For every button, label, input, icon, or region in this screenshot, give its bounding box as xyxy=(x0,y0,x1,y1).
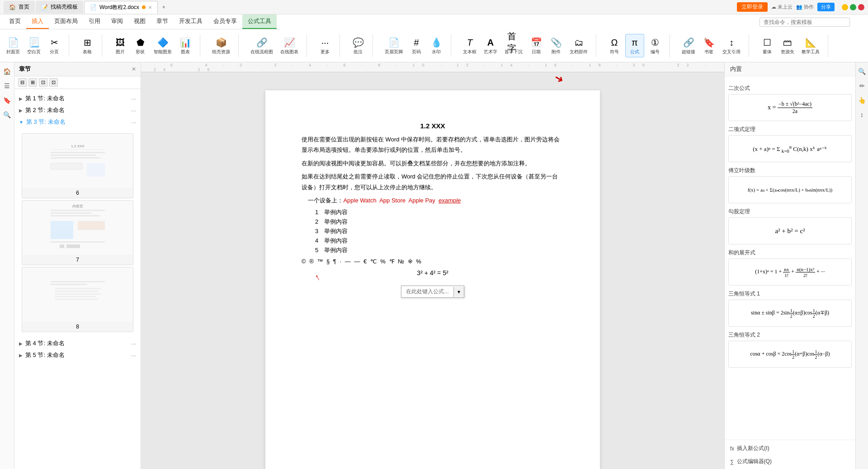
formula-card-pythagorean[interactable]: a² + b² = c² xyxy=(728,217,852,244)
ribbon-btn-image[interactable]: 🖼 图片 xyxy=(111,34,129,57)
tab-doc[interactable]: 📄 Word教程2.docx ✕ xyxy=(84,1,158,14)
right-btn-cursor[interactable]: 👆 xyxy=(857,95,868,106)
svg-rect-23 xyxy=(55,293,100,295)
ribbon-group-flow: 🔗 在线流程图 📈 在线图表 xyxy=(248,34,307,57)
formula-card-expansion[interactable]: (1+x)ⁿ = 1 + nx1! + n(n−1)x²2! + ··· xyxy=(728,258,852,286)
formula-card-trig1[interactable]: sinα ± sinβ = 2sin12(α±β)cos12(α∓β) xyxy=(728,300,852,327)
add-tab-button[interactable]: + xyxy=(159,4,169,10)
ribbon-tab-home[interactable]: 首页 xyxy=(4,14,26,29)
formula-panel-content[interactable]: 二次公式 x = −b ± √(b²−4ac) 2a 二项式定理 (x + a)… xyxy=(725,76,855,440)
thumbnail-6[interactable]: 1.2 XXX 6 xyxy=(22,133,133,198)
ribbon-tab-insert[interactable]: 插入 xyxy=(26,14,49,29)
doc-page[interactable]: ➜ 1.2 XXX 使用在需要位置出现的新按钮在 Word 中保存时间。若要存档… xyxy=(265,90,600,469)
thumbnail-8[interactable]: 8 xyxy=(22,267,133,332)
ribbon-btn-pagenum[interactable]: # 页码 xyxy=(407,34,425,57)
ribbon-btn-watermark[interactable]: 💧 水印 xyxy=(427,34,445,57)
resource-icon: 🗃 xyxy=(781,36,794,49)
formula-editor-btn[interactable]: ∑ 公式编辑器(Q) xyxy=(725,455,855,468)
ribbon-btn-attachment[interactable]: 📎 附件 xyxy=(547,34,565,57)
ribbon-tab-review[interactable]: 审阅 xyxy=(106,14,128,29)
ribbon-btn-shell[interactable]: 📦 纸壳资源 xyxy=(209,34,233,57)
formula-card-trig2[interactable]: cosα + cosβ = 2cos12(α+β)cos12(α−β) xyxy=(728,341,852,368)
thumbnail-7[interactable]: 内容页 7 xyxy=(22,200,133,265)
nav-chapters-icon[interactable]: ☰ xyxy=(2,80,12,91)
ribbon-btn-flowchart[interactable]: 🔗 在线流程图 xyxy=(248,34,276,57)
formula-card-quadratic[interactable]: x = −b ± √(b²−4ac) 2a xyxy=(728,94,852,121)
sidebar-close-btn[interactable]: ✕ xyxy=(132,66,136,72)
share-btn[interactable]: 分享 xyxy=(817,3,835,11)
ribbon-btn-symbol[interactable]: Ω 符号 xyxy=(605,34,623,57)
ribbon-btn-teachtools[interactable]: 📐 教学工具 xyxy=(799,34,822,57)
chapter-item-2[interactable]: ▶ 第 2 节: 未命名 ··· xyxy=(14,104,141,116)
ribbon-tab-formula[interactable]: 公式工具 xyxy=(242,14,277,29)
nav-home-icon[interactable]: 🏠 xyxy=(1,66,13,77)
ribbon-btn-arttext[interactable]: A 艺术字 xyxy=(481,34,500,57)
image-icon: 🖼 xyxy=(114,36,127,49)
ribbon-btn-docparts[interactable]: 🗂 文档部件 xyxy=(567,34,590,57)
ribbon-btn-dropcap[interactable]: 首字 首字下沉 xyxy=(502,34,525,57)
ribbon-btn-hyperlink[interactable]: 🔗 超链接 xyxy=(679,34,698,57)
number-icon: ① xyxy=(649,36,661,49)
sidebar-toolbar-btn-3[interactable]: ⊡ xyxy=(39,78,47,87)
date-icon: 📅 xyxy=(530,36,542,49)
ribbon-btn-textbox[interactable]: T 文本框 xyxy=(460,34,479,57)
ribbon-btn-form[interactable]: ☐ 窗体 xyxy=(758,34,776,57)
chapter-item-5[interactable]: ▶ 第 5 节: 未命名 ··· xyxy=(14,349,141,361)
ribbon-btn-table[interactable]: ⊞ 表格 xyxy=(78,34,96,57)
login-button[interactable]: 立即登录 xyxy=(737,2,768,12)
right-btn-scroll[interactable]: ↕ xyxy=(857,109,868,120)
formula-card-binomial[interactable]: (x + a)ⁿ = Σ k=0n C(n,k) xᵏ aⁿ⁻ᵏ xyxy=(728,135,852,162)
sidebar-toolbar-btn-1[interactable]: ⊟ xyxy=(18,78,27,87)
ribbon-tab-chapter[interactable]: 章节 xyxy=(151,14,174,29)
right-btn-edit[interactable]: ✏ xyxy=(857,80,868,91)
right-btn-search[interactable]: 🔍 xyxy=(857,66,868,77)
ribbon-btn-note[interactable]: 💬 批注 xyxy=(349,34,367,57)
ribbon-btn-shape[interactable]: ⬟ 形状 xyxy=(131,34,149,57)
sidebar-toolbar-btn-4[interactable]: ⊡ xyxy=(49,78,58,87)
ribbon-btn-date[interactable]: 📅 日期 xyxy=(527,34,545,57)
sidebar-toolbar-btn-2[interactable]: ⊞ xyxy=(28,78,37,87)
ribbon-btn-more[interactable]: ··· 更多 xyxy=(316,34,334,57)
ruler: · 6 · 4 · 2 · 2 · 4 · 6 · 8 · 10 · 12 · … xyxy=(141,62,724,72)
chapter-item-3[interactable]: ▼ 第 3 节: 未命名 ··· xyxy=(14,116,141,128)
ribbon-tab-view[interactable]: 视图 xyxy=(128,14,151,29)
ribbon-btn-bookmark[interactable]: 🔖 书签 xyxy=(700,34,718,57)
minimize-button[interactable] xyxy=(842,4,848,10)
tab-close-btn[interactable]: ✕ xyxy=(148,5,152,10)
nav-bookmarks-icon[interactable]: 🔖 xyxy=(1,95,13,106)
ribbon-tab-layout[interactable]: 页面布局 xyxy=(49,14,83,29)
chapter-label-3: 第 3 节: 未命名 xyxy=(26,118,66,126)
ribbon-btn-resource[interactable]: 🗃 资源失 xyxy=(778,34,797,57)
ribbon-tab-devtools[interactable]: 开发工具 xyxy=(174,14,208,29)
svg-rect-6 xyxy=(51,163,82,169)
chapter-item-4[interactable]: ▶ 第 4 节: 未命名 ··· xyxy=(14,338,141,349)
ribbon-btn-chart[interactable]: 📊 图表 xyxy=(176,34,194,57)
close-button[interactable] xyxy=(858,4,864,10)
ribbon-btn-crossref[interactable]: ↕ 交叉引用 xyxy=(720,34,743,57)
tab-template[interactable]: 📝 找稿壳模板 xyxy=(36,1,83,14)
doc-area[interactable]: · 6 · 4 · 2 · 2 · 4 · 6 · 8 · 10 · 12 · … xyxy=(141,62,724,469)
tab-home[interactable]: 🏠 首页 xyxy=(4,1,35,14)
ribbon-btn-smartshape[interactable]: 🔷 智能图形 xyxy=(151,34,175,57)
insert-new-formula-btn[interactable]: fx 插入新公式(I) xyxy=(725,442,855,455)
ribbon-tab-bar: 首页 插入 页面布局 引用 审阅 视图 章节 开发工具 会员专享 公式工具 xyxy=(0,14,280,29)
formula-section-trig2: 三角恒等式 2 xyxy=(728,329,852,341)
nav-search-icon[interactable]: 🔍 xyxy=(1,109,13,120)
ribbon-btn-coverpage[interactable]: 📄 封面页 xyxy=(4,34,23,57)
ribbon-btn-pagebreak[interactable]: ✂ 分页 xyxy=(45,34,63,57)
insert-formula-box[interactable]: 在此处键入公式... ▾ xyxy=(401,286,464,298)
ribbon-btn-headerfooter[interactable]: 📄 页眉页脚 xyxy=(382,34,406,57)
thumbnail-img-7: 内容页 xyxy=(22,201,133,255)
ribbon-btn-formula[interactable]: π 公式 xyxy=(625,34,644,57)
search-input[interactable] xyxy=(760,18,850,27)
ribbon-tab-reference[interactable]: 引用 xyxy=(83,14,106,29)
insert-formula-dropdown[interactable]: ▾ xyxy=(453,287,464,297)
ribbon-btn-blankpage[interactable]: 📃 空白页 xyxy=(24,34,43,57)
maximize-button[interactable] xyxy=(850,4,856,10)
ribbon-btn-onlinechart[interactable]: 📈 在线图表 xyxy=(278,34,301,57)
formula-card-fourier[interactable]: f(x) = a₀ + Σ(aₙcos(nπx/L) + bₙsin(nπx/L… xyxy=(728,176,852,203)
tab-doc-icon: 📄 xyxy=(90,4,97,10)
ribbon-btn-number[interactable]: ① 编号 xyxy=(646,34,664,57)
chapter-item-1[interactable]: ▶ 第 1 节: 未命名 ··· xyxy=(14,93,141,104)
ribbon-tab-vip[interactable]: 会员专享 xyxy=(208,14,242,29)
